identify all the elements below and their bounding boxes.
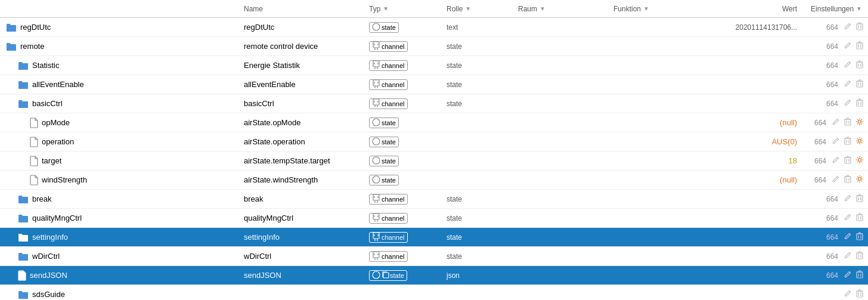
file-icon [30, 156, 38, 166]
cell-funktion [611, 247, 706, 265]
folder-icon [6, 23, 17, 32]
cell-typ: state [367, 171, 444, 189]
edit-icon[interactable] [843, 270, 852, 280]
edit-icon[interactable] [831, 117, 841, 128]
type-badge: state [369, 175, 399, 185]
table-row[interactable]: StatisticEnergie Statistik channelstate6… [0, 56, 868, 75]
cell-name-val: remote control device [241, 37, 367, 55]
edit-icon[interactable] [843, 194, 852, 204]
cell-rolle: json [444, 266, 516, 284]
file-icon [18, 270, 26, 281]
cell-name-val: airState.tempState.target [241, 151, 367, 170]
header-raum[interactable]: Raum ▼ [516, 0, 611, 17]
row-label: allEventEnable [32, 80, 84, 89]
table-row[interactable]: targetairState.tempState.target state186… [0, 151, 868, 171]
table-row[interactable]: operationairState.operation stateAUS(0)6… [0, 132, 868, 151]
delete-icon[interactable] [843, 117, 852, 128]
table-row[interactable]: breakbreak channelstate664 [0, 190, 868, 209]
cell-tree-name: sendJSON [0, 266, 241, 284]
delete-icon[interactable] [843, 175, 852, 185]
delete-icon[interactable] [855, 22, 864, 32]
table-row[interactable]: sdsGuide [0, 285, 868, 300]
channel-plug-icon [372, 232, 380, 243]
delete-icon[interactable] [855, 79, 864, 89]
role-badge: state [447, 42, 462, 51]
gear-icon[interactable] [855, 117, 864, 128]
cell-actions: 664 [802, 209, 868, 227]
table-row[interactable]: basicCtrlbasicCtrl channelstate664 [0, 94, 868, 113]
cell-raum [516, 209, 611, 227]
table-row[interactable]: settingInfosettingInfo channelstate664 [0, 228, 868, 247]
table-row[interactable]: qualityMngCtrlqualityMngCtrl channelstat… [0, 209, 868, 228]
gear-icon[interactable] [855, 156, 864, 166]
cell-actions: 664 [802, 266, 868, 284]
svg-point-114 [373, 271, 380, 279]
edit-icon[interactable] [843, 79, 852, 89]
delete-icon[interactable] [855, 270, 864, 280]
cell-rolle: state [444, 94, 516, 113]
delete-icon[interactable] [855, 213, 864, 223]
cell-funktion [611, 285, 706, 300]
delete-icon[interactable] [855, 194, 864, 204]
edit-icon[interactable] [843, 289, 852, 299]
type-label: channel [382, 100, 405, 107]
table-row[interactable]: windStrengthairState.windStrength state(… [0, 171, 868, 190]
cell-raum [516, 171, 611, 189]
cell-raum [516, 75, 611, 94]
table-row[interactable]: allEventEnableallEventEnable channelstat… [0, 75, 868, 94]
delete-icon[interactable] [855, 289, 864, 299]
cell-rolle [444, 171, 516, 189]
gear-icon[interactable] [855, 137, 864, 147]
rolle-sort-icon: ▼ [465, 5, 471, 12]
cell-funktion [611, 113, 706, 132]
gear-icon[interactable] [855, 175, 864, 185]
delete-icon[interactable] [855, 98, 864, 109]
delete-icon[interactable] [855, 41, 864, 51]
cell-rolle: state [444, 75, 516, 94]
edit-icon[interactable] [831, 175, 841, 185]
permission-badge: 664 [826, 23, 838, 32]
header-rolle[interactable]: Rolle ▼ [444, 0, 516, 17]
type-badge: state [369, 270, 407, 281]
cell-funktion [611, 228, 706, 246]
edit-icon[interactable] [843, 22, 852, 32]
header-name[interactable]: Name [241, 0, 367, 17]
table-row[interactable]: remoteremote control device channelstate… [0, 37, 868, 56]
cell-raum [516, 37, 611, 55]
table-row[interactable]: sendJSONsendJSON statejson664 [0, 266, 868, 285]
permission-badge: 664 [826, 42, 838, 51]
edit-icon[interactable] [843, 41, 852, 51]
delete-icon[interactable] [843, 156, 852, 166]
table-row[interactable]: opModeairState.opMode state(null)664 [0, 113, 868, 132]
role-badge: text [447, 23, 458, 32]
edit-icon[interactable] [831, 156, 841, 166]
svg-rect-21 [857, 62, 863, 68]
cell-name-val: Energie Statistik [241, 56, 367, 75]
table-row[interactable]: regDtUtcregDtUtc statetext20201114131706… [0, 18, 868, 37]
cell-funktion [611, 37, 706, 55]
delete-icon[interactable] [855, 232, 864, 242]
header-funktion[interactable]: Funktion ▼ [611, 0, 706, 17]
cell-wert: 20201114131706... [706, 18, 802, 36]
state-circle-icon [372, 137, 380, 147]
delete-icon[interactable] [855, 251, 864, 261]
delete-icon[interactable] [855, 60, 864, 70]
cell-wert: AUS(0) [706, 132, 802, 151]
cell-actions: 664 [802, 75, 868, 94]
delete-icon[interactable] [843, 137, 852, 147]
type-label: channel [382, 253, 405, 260]
wert-value: (null) [780, 118, 797, 127]
header-typ[interactable]: Typ ▼ [367, 0, 444, 17]
edit-icon[interactable] [843, 98, 852, 109]
edit-icon[interactable] [843, 60, 852, 70]
edit-icon[interactable] [843, 213, 852, 223]
edit-icon[interactable] [831, 137, 841, 147]
cell-raum [516, 151, 611, 170]
svg-point-0 [373, 23, 380, 30]
edit-icon[interactable] [843, 232, 852, 242]
cell-typ [367, 285, 444, 300]
cell-typ: channel [367, 37, 444, 55]
edit-icon[interactable] [843, 251, 852, 261]
cell-actions: 664 [802, 132, 868, 151]
table-row[interactable]: wDirCtrlwDirCtrl channelstate664 [0, 247, 868, 266]
